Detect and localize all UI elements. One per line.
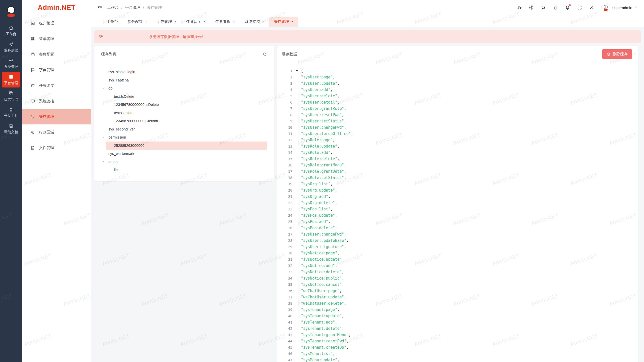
code-line: 28"sysUser:updateBase", xyxy=(277,237,638,244)
language-icon[interactable] xyxy=(529,5,534,10)
tab[interactable]: 系统监控× xyxy=(240,17,269,27)
tree-node-label: sys_wartermark xyxy=(108,152,134,156)
user-menu[interactable]: superadmin xyxy=(601,3,638,12)
caret-down-icon[interactable] xyxy=(102,136,108,139)
sidebar-item[interactable]: 缓存管理 xyxy=(22,109,91,124)
tree-node[interactable]: sys_wartermark xyxy=(100,150,267,158)
line-number: 8 xyxy=(281,113,292,117)
tree-node[interactable]: test:Custom xyxy=(106,109,267,117)
code-line: 12"sysRole:page", xyxy=(277,137,638,143)
tree-node[interactable]: 123456780000000:IsDelete xyxy=(106,101,267,109)
refresh-icon[interactable] xyxy=(263,52,267,56)
code-line: 25"sysPos:add", xyxy=(277,218,638,225)
tab-close-icon[interactable]: × xyxy=(204,20,206,24)
menu-fold-icon[interactable] xyxy=(97,5,103,10)
tree-node[interactable]: sys_single_login xyxy=(100,68,267,76)
tab[interactable]: 缓存管理× xyxy=(269,17,298,27)
code-value: "weChatUser:page", xyxy=(299,289,342,293)
tab-close-icon[interactable]: × xyxy=(174,20,176,24)
sidebar-item[interactable]: 系统监控 xyxy=(22,93,91,109)
rail-item[interactable]: 日志管理 xyxy=(2,88,20,104)
user-icon[interactable] xyxy=(589,5,594,10)
tab-close-icon[interactable]: × xyxy=(262,20,264,24)
code-value: "sysUser:signature", xyxy=(299,245,346,249)
sidebar-item[interactable]: 菜单管理 xyxy=(22,31,91,47)
sidebar-item-label: 菜单管理 xyxy=(39,36,54,41)
line-number: 45 xyxy=(281,345,292,349)
sidebar-item[interactable]: 任务调度 xyxy=(22,78,91,93)
font-size-icon[interactable]: Tт xyxy=(517,5,522,10)
line-number: 20 xyxy=(281,188,292,192)
tree-node[interactable]: test:IsDelete xyxy=(106,93,267,101)
tab-label: 任务调度 xyxy=(186,19,201,24)
tree-node-label: permission xyxy=(108,135,126,139)
line-number: 11 xyxy=(281,132,292,136)
rail-item[interactable]: 系统管理 xyxy=(2,56,20,71)
tree-node[interactable]: list xyxy=(106,166,267,174)
tree-node[interactable]: 252885263000000 xyxy=(106,142,267,150)
code-value: "sysPos:list", xyxy=(299,207,333,211)
tab-close-icon[interactable]: × xyxy=(233,20,235,24)
tab[interactable]: 工作台 xyxy=(102,17,123,27)
code-line: 6"sysUser:detail", xyxy=(277,99,638,105)
caret-down-icon[interactable] xyxy=(102,87,108,90)
sidebar-item[interactable]: 行政区域 xyxy=(22,124,91,140)
line-number: 35 xyxy=(281,283,292,287)
alarm-clock-icon xyxy=(30,83,35,88)
tab-close-icon[interactable]: × xyxy=(291,20,294,24)
map-pin-icon xyxy=(30,130,35,135)
tree-node[interactable]: sys_second_ver xyxy=(100,125,267,133)
sidebar-item[interactable]: 参数配置 xyxy=(22,47,91,62)
rail-item[interactable]: 工作台 xyxy=(2,23,20,38)
code-line: 37"weChatUser:update", xyxy=(277,294,638,300)
fold-caret-icon[interactable] xyxy=(292,69,299,72)
rail-item-label: 帮助文档 xyxy=(4,130,18,134)
code-value: "sysUser:delete", xyxy=(299,94,340,98)
line-number: 17 xyxy=(281,169,292,173)
tab[interactable]: 任务调度× xyxy=(181,17,211,27)
breadcrumb-item[interactable]: 工作台 xyxy=(107,5,118,10)
code-line: 46"sysMenu:list", xyxy=(277,350,638,357)
tree-node[interactable]: sys_captcha xyxy=(100,76,267,84)
sidebar-item[interactable]: 字典管理 xyxy=(22,62,91,78)
tree-node[interactable]: 123456780000000:Custom xyxy=(106,117,267,125)
code-line: 9"sysUser:setStatus", xyxy=(277,118,638,124)
tab[interactable]: 字典管理× xyxy=(152,17,181,27)
breadcrumb-item[interactable]: 平台管理 xyxy=(125,5,140,10)
delete-cache-button[interactable]: 删除缓存 xyxy=(602,49,632,59)
tab-close-icon[interactable]: × xyxy=(145,20,147,24)
code-line: 40"sysTenant:update", xyxy=(277,313,638,319)
tree-node[interactable]: db xyxy=(100,84,267,93)
bell-icon[interactable] xyxy=(565,5,570,10)
sidebar-item[interactable]: 文件管理 xyxy=(22,140,91,156)
tree-node-label: test:Custom xyxy=(114,111,133,115)
fullscreen-icon[interactable] xyxy=(577,5,582,10)
sidebar-item[interactable]: 租户管理 xyxy=(22,15,91,31)
tree-node-label: db xyxy=(108,86,112,90)
tree-node[interactable]: permission xyxy=(100,133,267,142)
rail-item[interactable]: 平台管理 xyxy=(2,72,20,87)
tab-label: 工作台 xyxy=(107,19,118,24)
tenant-icon xyxy=(30,21,35,26)
rail-item[interactable]: 帮助文档 xyxy=(2,121,20,137)
cache-tree: sys_single_loginsys_captchadbtest:IsDele… xyxy=(94,62,274,181)
cache-data-title: 缓存数据 xyxy=(282,52,297,57)
chevron-down-icon xyxy=(634,5,638,10)
code-line: 30"sysNotice:page", xyxy=(277,250,638,256)
code-value: "sysUser:update", xyxy=(299,81,340,86)
code-line: 42"sysTenant:delete", xyxy=(277,325,638,332)
code-line: 41"sysTenant:add", xyxy=(277,319,638,325)
search-icon[interactable] xyxy=(541,5,546,10)
line-number: 4 xyxy=(281,88,292,92)
caret-down-icon[interactable] xyxy=(102,160,108,163)
rail-item[interactable]: 业务测试 xyxy=(2,39,20,55)
code-value: "sysRole:grantData", xyxy=(299,169,346,174)
tab[interactable]: 参数配置× xyxy=(123,17,152,27)
rail-item[interactable]: 开发工具 xyxy=(2,105,20,120)
line-number: 36 xyxy=(281,289,292,293)
tree-node[interactable]: tenant xyxy=(100,158,267,166)
tab[interactable]: 任务看板× xyxy=(211,17,240,27)
tree-node-label: list xyxy=(114,168,118,172)
tree-node-label: sys_captcha xyxy=(108,78,129,82)
theme-icon[interactable] xyxy=(553,5,558,10)
